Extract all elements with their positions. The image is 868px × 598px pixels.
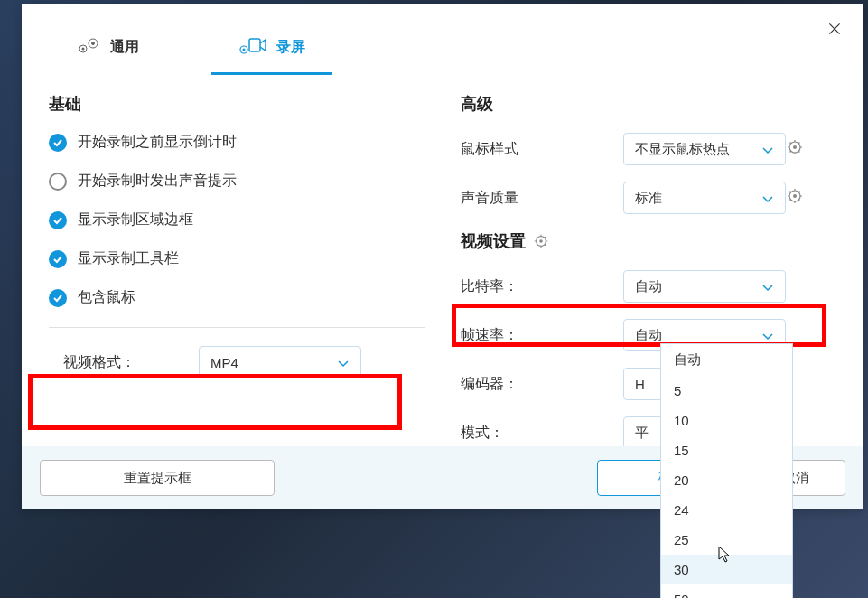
mouse-style-settings-button[interactable] <box>786 138 807 160</box>
mouse-style-value: 不显示鼠标热点 <box>635 141 730 158</box>
mouse-style-select[interactable]: 不显示鼠标热点 <box>623 133 786 165</box>
divider <box>49 327 425 328</box>
chevron-down-icon <box>761 191 774 206</box>
check-icon <box>52 215 63 226</box>
chevron-down-icon <box>761 142 774 157</box>
dropdown-item[interactable]: 10 <box>661 406 792 435</box>
video-format-value: MP4 <box>210 355 238 370</box>
check-icon <box>52 254 63 265</box>
checkbox-countdown-label: 开始录制之前显示倒计时 <box>78 133 237 152</box>
checkbox-sound-label: 开始录制时发出声音提示 <box>78 172 237 191</box>
checkbox-mouse[interactable] <box>49 289 67 307</box>
svg-point-1 <box>82 48 85 51</box>
camera-gear-icon <box>238 35 267 59</box>
dropdown-item[interactable]: 50 <box>661 584 792 598</box>
gear-icon <box>533 233 549 249</box>
left-column: 基础 开始录制之前显示倒计时 开始录制时发出声音提示 显示录制区域边框 <box>49 93 425 465</box>
video-format-row: 视频格式： MP4 <box>49 346 425 378</box>
svg-rect-6 <box>249 39 260 51</box>
sound-quality-select[interactable]: 标准 <box>623 182 786 214</box>
checkbox-mouse-label: 包含鼠标 <box>78 288 135 307</box>
tab-general-label: 通用 <box>110 38 139 57</box>
tab-general[interactable]: 通用 <box>49 22 166 75</box>
svg-point-10 <box>793 194 797 198</box>
basic-section-title: 基础 <box>49 93 425 115</box>
bitrate-row: 比特率： 自动 <box>461 270 836 303</box>
gear-icon <box>786 138 804 156</box>
encoder-value: H <box>635 377 645 392</box>
checkbox-sound[interactable] <box>49 173 67 191</box>
framerate-label: 帧速率： <box>461 326 623 345</box>
reset-button-label: 重置提示框 <box>124 470 191 487</box>
dropdown-item[interactable]: 5 <box>661 376 792 406</box>
tab-recording[interactable]: 录屏 <box>211 22 332 75</box>
sound-quality-value: 标准 <box>635 190 662 207</box>
dropdown-item[interactable]: 15 <box>661 435 792 465</box>
bitrate-select[interactable]: 自动 <box>623 270 786 303</box>
video-format-select[interactable]: MP4 <box>199 346 361 378</box>
chevron-down-icon <box>337 355 350 370</box>
svg-point-3 <box>91 42 95 45</box>
checkbox-toolbar-label: 显示录制工具栏 <box>78 249 179 268</box>
dropdown-item[interactable]: 20 <box>661 465 792 495</box>
checkbox-row-border: 显示录制区域边框 <box>49 210 425 229</box>
checkbox-toolbar[interactable] <box>49 250 67 268</box>
video-settings-title-text: 视频设置 <box>461 230 526 252</box>
encoder-label: 编码器： <box>461 375 623 394</box>
svg-point-12 <box>539 239 543 243</box>
svg-point-8 <box>793 145 797 149</box>
check-icon <box>52 137 63 148</box>
bitrate-value: 自动 <box>635 278 662 295</box>
checkbox-row-countdown: 开始录制之前显示倒计时 <box>49 133 425 152</box>
checkbox-row-mouse: 包含鼠标 <box>49 288 425 307</box>
checkbox-border[interactable] <box>49 211 67 229</box>
gear-icon <box>786 187 804 205</box>
bitrate-label: 比特率： <box>461 277 623 296</box>
close-button[interactable] <box>827 22 845 40</box>
close-icon <box>827 22 842 36</box>
framerate-value: 自动 <box>635 327 662 344</box>
checkbox-border-label: 显示录制区域边框 <box>78 210 193 229</box>
checkbox-row-toolbar: 显示录制工具栏 <box>49 249 425 268</box>
sound-quality-settings-button[interactable] <box>786 187 807 209</box>
video-settings-title: 视频设置 <box>461 230 836 252</box>
checkbox-countdown[interactable] <box>49 134 67 152</box>
gears-icon <box>76 36 101 58</box>
dropdown-item[interactable]: 24 <box>661 495 792 525</box>
mouse-cursor-icon <box>718 546 733 567</box>
sound-quality-label: 声音质量 <box>461 189 623 208</box>
chevron-down-icon <box>761 328 774 343</box>
check-icon <box>52 293 63 304</box>
video-format-label: 视频格式： <box>63 353 199 372</box>
svg-point-5 <box>243 49 246 51</box>
checkbox-row-sound: 开始录制时发出声音提示 <box>49 172 425 191</box>
tabs-bar: 通用 录屏 <box>22 4 863 75</box>
video-settings-gear-button[interactable] <box>533 233 549 249</box>
mode-label: 模式： <box>461 424 623 443</box>
mouse-style-row: 鼠标样式 不显示鼠标热点 <box>461 133 836 165</box>
chevron-down-icon <box>761 279 774 294</box>
reset-button[interactable]: 重置提示框 <box>40 460 275 496</box>
advanced-section-title: 高级 <box>461 93 836 115</box>
sound-quality-row: 声音质量 标准 <box>461 182 836 214</box>
mode-value: 平 <box>635 425 649 442</box>
mouse-style-label: 鼠标样式 <box>461 140 623 159</box>
tab-recording-label: 录屏 <box>276 38 305 57</box>
dropdown-item[interactable]: 自动 <box>661 344 792 376</box>
